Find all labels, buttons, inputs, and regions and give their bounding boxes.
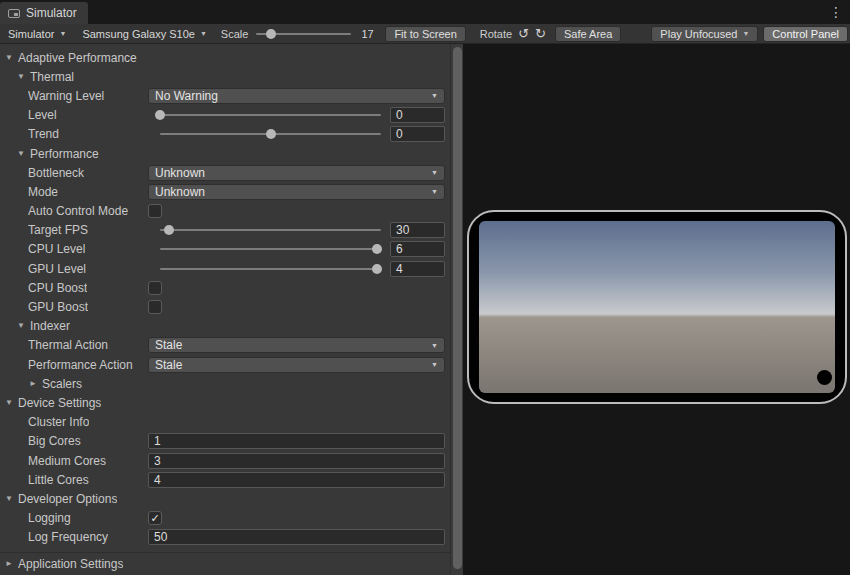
device-select-dropdown[interactable]: Samsung Galaxy S10e ▼ (76, 24, 212, 43)
row-label: Little Cores (28, 473, 89, 487)
slider-track[interactable] (160, 229, 381, 231)
play-unfocused-dropdown[interactable]: Play Unfocused ▼ (651, 26, 758, 42)
row-control (148, 48, 445, 67)
row-thermal[interactable]: ▼Thermal (0, 67, 450, 86)
thermal-action-dropdown[interactable]: Stale▼ (148, 337, 445, 353)
safe-area-button[interactable]: Safe Area (555, 26, 621, 42)
row-indexer[interactable]: ▼Indexer (0, 317, 450, 336)
row-control: Stale▼ (148, 355, 445, 374)
dropdown-arrow-icon: ▼ (431, 361, 438, 368)
row-label-col: Big Cores (0, 434, 148, 448)
row-cpu-level: CPU Level6 (0, 240, 450, 259)
row-label: GPU Level (28, 262, 86, 276)
target-fps-value-field[interactable]: 30 (390, 222, 445, 238)
row-performance-action: Performance ActionStale▼ (0, 355, 450, 374)
row-gpu-boost: GPU Boost (0, 297, 450, 316)
foldout-open-icon[interactable]: ▼ (17, 150, 30, 158)
performance-action-dropdown[interactable]: Stale▼ (148, 357, 445, 373)
scale-slider-handle[interactable] (266, 29, 276, 39)
slider-handle[interactable] (266, 129, 276, 139)
foldout-open-icon[interactable]: ▼ (17, 73, 30, 81)
row-control: 1 (148, 432, 445, 451)
row-application-settings[interactable]: ► Application Settings (0, 552, 450, 575)
log-frequency-field[interactable]: 50 (148, 529, 445, 545)
logging-checkbox[interactable]: ✓ (148, 511, 162, 525)
control-panel-button[interactable]: Control Panel (763, 26, 848, 42)
row-control (148, 489, 445, 508)
checkmark-icon: ✓ (150, 513, 159, 524)
simulator-menu-dropdown[interactable]: Simulator ▼ (2, 24, 72, 43)
device-screen[interactable] (479, 221, 835, 393)
foldout-collapsed-icon[interactable]: ► (5, 560, 18, 568)
row-label: Level (28, 108, 57, 122)
scrollbar-thumb[interactable] (453, 47, 462, 569)
foldout-open-icon[interactable]: ▼ (17, 322, 30, 330)
gpu-boost-checkbox[interactable] (148, 300, 162, 314)
row-control (148, 144, 445, 163)
foldout-open-icon[interactable]: ▼ (5, 399, 18, 407)
foldout-collapsed-icon[interactable]: ► (29, 380, 42, 388)
slider-handle[interactable] (164, 225, 174, 235)
warning-level-dropdown[interactable]: No Warning▼ (148, 88, 445, 104)
row-label-col: Log Frequency (0, 530, 148, 544)
slider-handle[interactable] (155, 110, 165, 120)
foldout-open-icon[interactable]: ▼ (5, 54, 18, 62)
target-fps-slider: 30 (148, 222, 445, 238)
row-label-col: Cluster Info (0, 415, 148, 429)
row-label: Application Settings (18, 557, 123, 571)
big-cores-field[interactable]: 1 (148, 433, 445, 449)
rotate-cw-icon[interactable]: ↻ (535, 27, 546, 40)
tab-simulator[interactable]: Simulator (0, 2, 88, 24)
row-label-col: ►Scalers (0, 377, 148, 391)
row-label: Log Frequency (28, 530, 108, 544)
row-control (148, 317, 445, 336)
row-label-col: ▼Device Settings (0, 396, 148, 410)
chevron-down-icon: ▼ (742, 30, 749, 37)
scale-slider-track[interactable] (256, 33, 351, 35)
row-label-col: Target FPS (0, 223, 148, 237)
slider-track[interactable] (160, 248, 381, 250)
slider-track[interactable] (160, 114, 381, 116)
medium-cores-field[interactable]: 3 (148, 453, 445, 469)
fit-to-screen-label: Fit to Screen (394, 28, 456, 40)
trend-value-field[interactable]: 0 (390, 126, 445, 142)
bottleneck-dropdown[interactable]: Unknown▼ (148, 165, 445, 181)
row-label-col: Thermal Action (0, 338, 148, 352)
row-label-col: Little Cores (0, 473, 148, 487)
dropdown-value: Unknown (155, 185, 205, 199)
row-control: 4 (148, 470, 445, 489)
row-label-col: Level (0, 108, 148, 122)
scale-slider[interactable] (256, 24, 351, 43)
row-label: Mode (28, 185, 58, 199)
cpu-boost-checkbox[interactable] (148, 281, 162, 295)
slider-track[interactable] (160, 133, 381, 135)
row-control (148, 393, 445, 412)
row-scalers[interactable]: ►Scalers (0, 374, 450, 393)
gpu-level-value-field[interactable]: 4 (390, 261, 445, 277)
level-value-field[interactable]: 0 (390, 107, 445, 123)
slider-handle[interactable] (372, 244, 382, 254)
chevron-down-icon: ▼ (200, 30, 207, 37)
mode-dropdown[interactable]: Unknown▼ (148, 184, 445, 200)
overflow-menu-icon[interactable]: ⋮ (829, 3, 843, 21)
rotate-ccw-icon[interactable]: ↺ (518, 27, 529, 40)
row-label: Scalers (42, 377, 82, 391)
row-label-col: Mode (0, 185, 148, 199)
cpu-level-value-field[interactable]: 6 (390, 241, 445, 257)
little-cores-field[interactable]: 4 (148, 472, 445, 488)
row-adaptive-performance[interactable]: ▼Adaptive Performance (0, 48, 450, 67)
row-label-col: Medium Cores (0, 454, 148, 468)
row-warning-level: Warning LevelNo Warning▼ (0, 86, 450, 105)
row-control: Stale▼ (148, 336, 445, 355)
foldout-open-icon[interactable]: ▼ (5, 495, 18, 503)
slider-track[interactable] (160, 268, 381, 270)
row-performance[interactable]: ▼Performance (0, 144, 450, 163)
vertical-scrollbar[interactable] (450, 44, 463, 575)
row-label: Device Settings (18, 396, 101, 410)
row-label: Cluster Info (28, 415, 89, 429)
fit-to-screen-button[interactable]: Fit to Screen (385, 26, 465, 42)
row-developer-options[interactable]: ▼Developer Options (0, 489, 450, 508)
auto-control-mode-checkbox[interactable] (148, 204, 162, 218)
row-device-settings[interactable]: ▼Device Settings (0, 393, 450, 412)
slider-handle[interactable] (372, 264, 382, 274)
